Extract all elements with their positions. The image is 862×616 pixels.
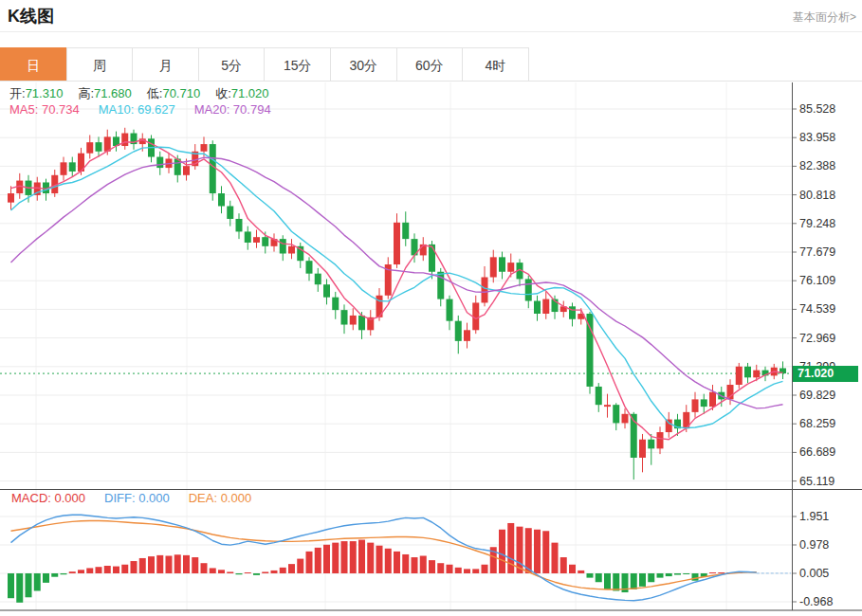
ohlc-label: 开: [9,86,26,100]
ohlc-readout: 开:71.310高:71.680低:70.710收:71.020 [9,85,284,102]
svg-text:76.109: 76.109 [799,274,835,287]
ohlc-label: 低: [147,86,163,100]
svg-text:-0.968: -0.968 [799,595,833,608]
svg-text:65.119: 65.119 [799,475,834,488]
ma-value: MA10: 69.627 [99,102,175,117]
tab-interval-6[interactable]: 60分 [396,47,464,82]
svg-text:77.679: 77.679 [799,245,835,259]
macd-value: DEA: 0.000 [189,491,252,505]
tab-interval-0[interactable]: 日 [0,47,67,82]
tab-interval-1[interactable]: 周 [66,47,134,82]
kline-widget: K线图 基本面分析> 日周月5分15分30分60分4时 85.52883.958… [0,0,862,616]
ohlc-value: 70.710 [162,86,200,100]
svg-text:66.689: 66.689 [799,445,835,459]
ma-value: MA20: 70.794 [194,102,271,117]
svg-text:0.978: 0.978 [799,538,829,552]
tab-interval-5[interactable]: 30分 [330,47,397,82]
current-price-badge: 71.020 [793,366,858,382]
svg-text:85.528: 85.528 [799,102,835,116]
macd-readout: MACD: 0.000DIFF: 0.000DEA: 0.000 [11,491,270,505]
macd-canvas: 1.9510.9780.005-0.968 [0,489,862,616]
page-title: K线图 [8,5,54,27]
svg-text:80.818: 80.818 [799,189,835,202]
tab-interval-7[interactable]: 4时 [462,47,529,82]
ohlc-value: 71.680 [94,86,132,100]
svg-text:0.005: 0.005 [799,567,829,580]
macd-chart[interactable]: 1.9510.9780.005-0.968 [0,489,862,616]
svg-text:68.259: 68.259 [799,417,835,430]
current-price-value: 71.020 [798,367,834,380]
ohlc-label: 收: [215,86,231,100]
svg-text:83.958: 83.958 [799,131,835,144]
svg-text:72.969: 72.969 [799,332,835,345]
ma-value: MA5: 70.734 [9,102,80,117]
macd-value: DIFF: 0.000 [104,491,170,505]
svg-text:1.951: 1.951 [799,510,829,523]
tab-interval-3[interactable]: 5分 [198,47,266,82]
svg-text:69.829: 69.829 [799,389,835,402]
candlestick-canvas: 85.52883.95882.38880.81879.24877.67976.1… [0,82,862,489]
macd-value: MACD: 0.000 [11,491,85,505]
header-divider [0,31,862,32]
svg-text:79.248: 79.248 [799,217,835,230]
svg-text:82.388: 82.388 [799,159,835,172]
interval-tabs: 日周月5分15分30分60分4时 [0,47,529,82]
svg-text:74.539: 74.539 [799,302,835,316]
ohlc-value: 71.020 [231,86,269,100]
tabbar-underline [0,81,862,82]
ohlc-label: 高: [78,86,94,100]
ma-readout: MA5: 70.734MA10: 69.627MA20: 70.794 [9,102,290,117]
ohlc-value: 71.310 [26,86,64,100]
tab-interval-4[interactable]: 15分 [264,47,331,82]
tab-interval-2[interactable]: 月 [132,47,199,82]
price-chart[interactable]: 85.52883.95882.38880.81879.24877.67976.1… [0,82,862,489]
fundamental-analysis-link[interactable]: 基本面分析> [793,9,856,26]
